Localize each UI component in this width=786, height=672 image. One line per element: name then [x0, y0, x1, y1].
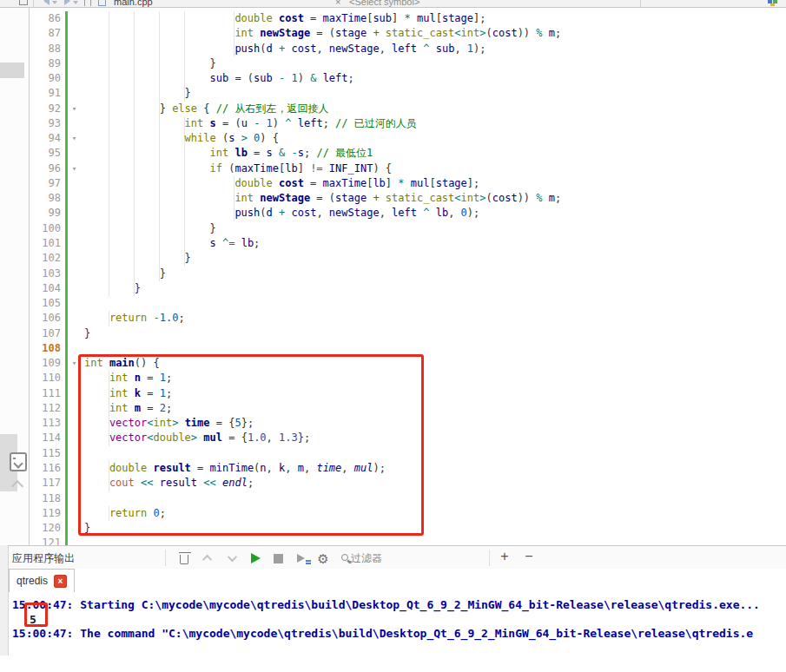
fold-column — [68, 371, 81, 385]
fold-column — [68, 401, 81, 416]
output-status-line: 15:00:47: The command "C:\mycode\mycode\… — [0, 627, 786, 642]
chevron-up-icon — [202, 555, 212, 564]
code-line[interactable]: 96▾if (maxTime[lb] != INF_INT) { — [30, 161, 786, 176]
code-text: } else { // 从右到左，返回接人 — [81, 102, 328, 116]
code-line[interactable]: 93int s = (u - 1) ^ left; // 已过河的人员 — [30, 116, 786, 131]
code-line[interactable]: 111int k = 1; — [30, 386, 786, 401]
code-text: int newStage = (stage + static_cast<int>… — [81, 26, 561, 41]
code-line[interactable]: 87int newStage = (stage + static_cast<in… — [30, 26, 786, 41]
line-number: 117 — [30, 476, 64, 491]
fold-marker-icon[interactable]: ▾ — [68, 131, 81, 146]
filter-label[interactable]: 过滤器 — [351, 551, 382, 566]
code-line[interactable]: 91} — [30, 86, 786, 101]
stop-button[interactable] — [269, 550, 287, 567]
code-line[interactable]: 121 — [30, 536, 786, 545]
collapse-panel-icon[interactable] — [10, 452, 27, 471]
fold-marker-icon[interactable]: ▾ — [68, 102, 81, 116]
code-line[interactable]: 88push(d + cost, newStage, left ^ sub, 1… — [30, 42, 786, 56]
line-number: 108 — [30, 341, 64, 356]
fold-column — [68, 431, 81, 445]
forward-dropdown-icon[interactable] — [73, 1, 78, 4]
line-number: 86 — [30, 11, 64, 26]
line-number: 116 — [30, 461, 64, 476]
line-number: 111 — [30, 386, 64, 401]
clear-output-button[interactable] — [175, 550, 193, 567]
code-line[interactable]: 97double cost = maxTime[lb] * mul[stage]… — [30, 176, 786, 191]
tab-close-icon[interactable]: × — [54, 575, 67, 588]
line-number: 113 — [30, 416, 64, 431]
next-item-button[interactable] — [222, 550, 240, 567]
fold-column — [68, 476, 81, 491]
code-text: } — [81, 521, 90, 536]
settings-button[interactable]: ⚙ — [314, 550, 332, 567]
code-line[interactable]: 89} — [30, 56, 786, 71]
code-line[interactable]: 86double cost = maxTime[sub] * mul[stage… — [30, 11, 786, 26]
line-number: 106 — [30, 311, 64, 326]
bookmark-icon[interactable] — [84, 0, 91, 6]
previous-item-button[interactable] — [200, 550, 217, 567]
code-line[interactable]: 107} — [30, 326, 786, 341]
code-line[interactable]: 116double result = minTime(n, k, m, time… — [30, 461, 786, 476]
code-line[interactable]: 113vector<int> time = {5}; — [30, 416, 786, 431]
code-line[interactable]: 100} — [30, 221, 786, 236]
code-line[interactable]: 108 — [30, 341, 786, 356]
code-line[interactable]: 90sub = (sub - 1) & left; — [30, 71, 786, 86]
code-line[interactable]: 115 — [30, 446, 786, 461]
output-text-area[interactable]: 15:00:47: Starting C:\mycode\mycode\qtre… — [0, 592, 786, 642]
fold-marker-icon[interactable]: ▾ — [68, 356, 81, 371]
code-line[interactable]: 103} — [30, 267, 786, 281]
code-line[interactable]: 95int lb = s & -s; // 最低位1 — [30, 146, 786, 161]
code-line[interactable]: 101s ^= lb; — [30, 236, 786, 251]
fold-marker-icon[interactable]: ▾ — [68, 161, 81, 176]
code-line[interactable]: 109▾int main() { — [30, 356, 786, 371]
line-number: 98 — [30, 191, 64, 206]
code-line[interactable]: 105 — [30, 296, 786, 311]
fold-column — [68, 311, 81, 326]
attach-output-button[interactable] — [292, 550, 309, 567]
back-icon[interactable] — [43, 0, 50, 5]
symbol-selector[interactable]: <Select symbol> — [349, 0, 419, 7]
code-line[interactable]: 114vector<double> mul = {1.0, 1.3}; — [30, 431, 786, 445]
code-line[interactable]: 110int n = 1; — [30, 371, 786, 385]
code-line[interactable]: 119return 0; — [30, 506, 786, 521]
code-line[interactable]: 92▾} else { // 从右到左，返回接人 — [30, 102, 786, 116]
code-line[interactable]: 117cout << result << endl; — [30, 476, 786, 491]
fold-column — [68, 11, 81, 26]
fold-column — [68, 236, 81, 251]
forward-icon[interactable] — [64, 0, 70, 5]
code-text: while (s > 0) { — [81, 131, 279, 146]
tab-label: qtredis — [17, 575, 48, 587]
code-line[interactable]: 94▾while (s > 0) { — [30, 131, 786, 146]
code-line[interactable]: 104} — [30, 281, 786, 296]
close-icon[interactable]: × — [335, 0, 340, 7]
maximize-panel-button[interactable]: + — [497, 549, 512, 564]
tab-qtredis[interactable]: qtredis × — [9, 569, 75, 592]
code-line[interactable]: 102} — [30, 251, 786, 266]
output-tab-row: qtredis × — [0, 569, 786, 592]
fold-column — [68, 71, 81, 86]
trash-icon — [180, 555, 188, 564]
fold-column — [68, 251, 81, 266]
sidebar-scrollbar-handle[interactable] — [0, 63, 24, 78]
stop-icon — [274, 554, 283, 563]
line-number: 92 — [30, 102, 64, 116]
code-line[interactable]: 118 — [30, 491, 786, 506]
code-line[interactable]: 99push(d + cost, newStage, left ^ lb, 0)… — [30, 206, 786, 221]
output-stdout-line: 5 — [0, 613, 786, 628]
file-tab-label[interactable]: main.cpp — [114, 0, 153, 7]
split-editor-icon[interactable] — [19, 0, 28, 5]
fold-column — [68, 221, 81, 236]
back-dropdown-icon[interactable] — [52, 1, 57, 4]
line-number: 103 — [30, 267, 64, 281]
code-line[interactable]: 106return -1.0; — [30, 311, 786, 326]
code-editor[interactable]: 86double cost = maxTime[sub] * mul[stage… — [30, 8, 786, 545]
fold-column — [68, 56, 81, 71]
code-line[interactable]: 98int newStage = (stage + static_cast<in… — [30, 191, 786, 206]
fold-column — [68, 26, 81, 41]
editor-menu-icon[interactable] — [770, 3, 775, 6]
code-line[interactable]: 112int m = 2; — [30, 401, 786, 416]
run-button[interactable] — [247, 550, 264, 567]
fold-column — [68, 326, 81, 341]
code-line[interactable]: 120} — [30, 521, 786, 536]
minimize-panel-button[interactable]: − — [521, 549, 537, 564]
